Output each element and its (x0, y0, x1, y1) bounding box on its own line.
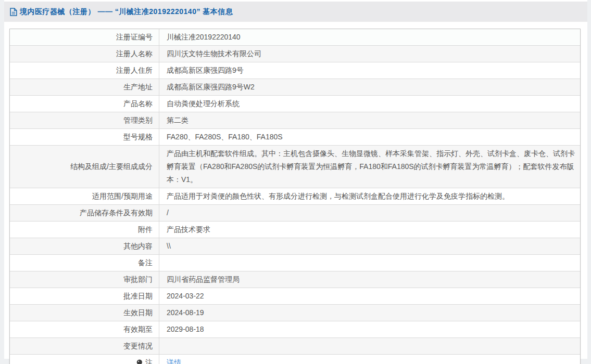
row-label: 变更情况 (10, 338, 159, 354)
row-value: 产品由主机和配套软件组成。其中：主机包含摄像头、生物显微镜、样本采集管架、指示灯… (159, 146, 580, 188)
row-label: 结构及组成/主要组成成分 (10, 146, 159, 188)
table-row: 注 详情 (10, 355, 580, 364)
table-row: 型号规格 FA280、FA280S、FA180、FA180S (10, 129, 580, 146)
content-card: 境内医疗器械（注册） —— “川械注准20192220140” 基本信息 注册证… (4, 0, 587, 359)
row-value (159, 338, 580, 354)
row-label: 批准日期 (10, 288, 159, 304)
row-label: 产品储存条件及有效期 (10, 205, 159, 221)
table-row: 附件 产品技术要求 (10, 222, 580, 238)
row-value: 自动粪便处理分析系统 (159, 96, 580, 112)
note-bulb-icon (136, 359, 143, 364)
row-label: 管理类别 (10, 112, 159, 128)
row-value: 成都高新区康强四路9号W2 (159, 79, 580, 95)
row-value: 产品适用于对粪便的颜色性状、有形成分进行检测，与检测试剂盒配合使用进行化学及免疫… (159, 188, 580, 204)
row-value: / (159, 205, 580, 221)
table-row: 有效期至 2029-08-18 (10, 321, 580, 338)
table-row: 备注 (10, 255, 580, 271)
row-label: 生效日期 (10, 305, 159, 321)
row-label: 注册证编号 (10, 29, 159, 45)
table-row: 适用范围/预期用途 产品适用于对粪便的颜色性状、有形成分进行检测，与检测试剂盒配… (10, 188, 580, 205)
row-label: 有效期至 (10, 321, 159, 337)
table-row: 生效日期 2024-08-19 (10, 305, 580, 321)
registration-info-table: 注册证编号 川械注准20192220140 注册人名称 四川沃文特生物技术有限公… (9, 29, 581, 364)
table-row: 批准日期 2024-03-22 (10, 288, 580, 305)
table-row: 变更情况 (10, 338, 580, 355)
row-label: 注册人住所 (10, 62, 159, 79)
row-label: 附件 (10, 222, 159, 238)
table-row: 其他内容 \\ (10, 238, 580, 255)
row-value: 详情 (159, 355, 580, 364)
table-row: 审批部门 四川省药品监督管理局 (10, 271, 580, 288)
row-value: 第二类 (159, 112, 580, 128)
row-value: 成都高新区康强四路9号 (159, 62, 580, 79)
row-label: 审批部门 (10, 271, 159, 288)
table-row: 注册证编号 川械注准20192220140 (10, 29, 580, 46)
table-row: 生产地址 成都高新区康强四路9号W2 (10, 79, 580, 96)
row-label: 其他内容 (10, 238, 159, 254)
row-value: 2024-08-19 (159, 305, 580, 321)
row-value: 四川省药品监督管理局 (159, 271, 580, 288)
page-title: 境内医疗器械（注册） —— “川械注准20192220140” 基本信息 (20, 7, 233, 17)
row-label: 注册人名称 (10, 46, 159, 62)
table-row: 管理类别 第二类 (10, 112, 580, 129)
row-label: 生产地址 (10, 79, 159, 95)
details-link[interactable]: 详情 (167, 356, 181, 364)
row-label: 注 (10, 355, 159, 364)
row-value: 2029-08-18 (159, 321, 580, 337)
row-value: 产品技术要求 (159, 222, 580, 238)
row-label: 产品名称 (10, 96, 159, 112)
table-row: 注册人住所 成都高新区康强四路9号 (10, 62, 580, 79)
row-label: 适用范围/预期用途 (10, 188, 159, 204)
row-value: 川械注准20192220140 (159, 29, 580, 45)
row-value: \\ (159, 238, 580, 254)
document-icon (10, 8, 17, 16)
row-label: 备注 (10, 255, 159, 271)
table-row: 注册人名称 四川沃文特生物技术有限公司 (10, 46, 580, 62)
row-label: 型号规格 (10, 129, 159, 145)
page-header: 境内医疗器械（注册） —— “川械注准20192220140” 基本信息 (4, 2, 587, 22)
table-row: 产品名称 自动粪便处理分析系统 (10, 96, 580, 112)
table-row: 产品储存条件及有效期 / (10, 205, 580, 222)
row-value: FA280、FA280S、FA180、FA180S (159, 129, 580, 145)
row-value (159, 255, 580, 271)
table-row: 结构及组成/主要组成成分 产品由主机和配套软件组成。其中：主机包含摄像头、生物显… (10, 146, 580, 188)
row-value: 四川沃文特生物技术有限公司 (159, 46, 580, 62)
row-value: 2024-03-22 (159, 288, 580, 304)
